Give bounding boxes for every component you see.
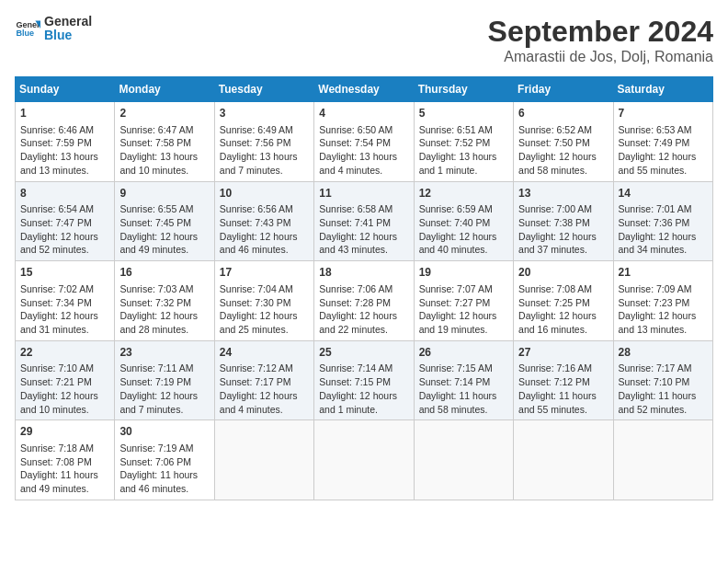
day-number: 14	[619, 186, 708, 201]
day-number: 15	[20, 265, 109, 281]
calendar-cell: 1Sunrise: 6:46 AMSunset: 7:59 PMDaylight…	[16, 102, 115, 182]
day-info: Sunrise: 6:46 AM	[20, 123, 109, 137]
calendar-cell: 7Sunrise: 6:53 AMSunset: 7:49 PMDaylight…	[613, 102, 712, 182]
calendar-title: September 2024	[488, 15, 713, 49]
calendar-table: SundayMondayTuesdayWednesdayThursdayFrid…	[15, 76, 713, 500]
day-info: Sunrise: 6:52 AM	[518, 123, 608, 137]
weekday-wednesday: Wednesday	[314, 77, 414, 102]
day-number: 28	[619, 345, 708, 361]
day-info: Daylight: 12 hours and 34 minutes.	[619, 230, 708, 257]
day-info: Sunrise: 6:56 AM	[220, 202, 309, 216]
calendar-cell: 16Sunrise: 7:03 AMSunset: 7:32 PMDayligh…	[115, 261, 214, 341]
title-area: September 2024 Amarastii de Jos, Dolj, R…	[488, 15, 713, 65]
day-info: Sunrise: 7:04 AM	[220, 282, 309, 296]
day-number: 9	[119, 186, 209, 201]
day-info: Sunset: 7:08 PM	[20, 455, 109, 469]
calendar-cell: 21Sunrise: 7:09 AMSunset: 7:23 PMDayligh…	[613, 261, 712, 341]
day-info: Sunset: 7:36 PM	[619, 216, 708, 230]
day-info: Daylight: 12 hours and 58 minutes.	[518, 150, 608, 177]
day-info: Daylight: 12 hours and 13 minutes.	[619, 309, 708, 336]
calendar-cell: 5Sunrise: 6:51 AMSunset: 7:52 PMDaylight…	[414, 102, 513, 182]
day-number: 30	[119, 424, 209, 440]
day-info: Sunset: 7:19 PM	[119, 375, 209, 389]
logo-line2: Blue	[44, 29, 92, 42]
day-info: Sunset: 7:41 PM	[319, 216, 408, 230]
day-number: 11	[319, 186, 408, 201]
day-info: Sunset: 7:27 PM	[419, 296, 508, 310]
weekday-saturday: Saturday	[613, 77, 712, 102]
calendar-cell: 11Sunrise: 6:58 AMSunset: 7:41 PMDayligh…	[314, 181, 414, 261]
day-info: Sunset: 7:49 PM	[619, 136, 708, 150]
day-number: 3	[220, 106, 309, 121]
calendar-cell	[414, 420, 513, 500]
day-info: Daylight: 12 hours and 25 minutes.	[220, 309, 309, 336]
day-number: 10	[220, 186, 309, 201]
day-info: Sunset: 7:28 PM	[319, 296, 408, 310]
day-info: Sunset: 7:47 PM	[20, 216, 109, 230]
day-info: Daylight: 12 hours and 55 minutes.	[619, 150, 708, 177]
day-info: Daylight: 11 hours and 46 minutes.	[119, 468, 209, 495]
day-info: Daylight: 12 hours and 22 minutes.	[319, 309, 408, 336]
day-info: Daylight: 12 hours and 31 minutes.	[20, 309, 109, 336]
day-info: Sunrise: 6:54 AM	[20, 202, 109, 216]
day-info: Sunset: 7:40 PM	[419, 216, 508, 230]
calendar-cell: 18Sunrise: 7:06 AMSunset: 7:28 PMDayligh…	[314, 261, 414, 341]
calendar-cell	[613, 420, 712, 500]
day-info: Sunrise: 6:51 AM	[419, 123, 508, 137]
day-info: Sunrise: 7:00 AM	[518, 202, 608, 216]
day-number: 19	[419, 265, 508, 281]
day-info: Sunset: 7:30 PM	[220, 296, 309, 310]
day-info: Sunrise: 7:06 AM	[319, 282, 408, 296]
day-info: Sunset: 7:50 PM	[518, 136, 608, 150]
calendar-cell: 26Sunrise: 7:15 AMSunset: 7:14 PMDayligh…	[414, 340, 513, 420]
day-info: Sunrise: 6:59 AM	[419, 202, 508, 216]
day-info: Sunset: 7:59 PM	[20, 136, 109, 150]
day-info: Daylight: 12 hours and 1 minute.	[319, 389, 408, 416]
calendar-cell: 13Sunrise: 7:00 AMSunset: 7:38 PMDayligh…	[514, 181, 613, 261]
day-number: 23	[119, 345, 209, 361]
day-number: 8	[20, 186, 109, 201]
day-info: Daylight: 13 hours and 13 minutes.	[20, 150, 109, 177]
calendar-cell: 30Sunrise: 7:19 AMSunset: 7:06 PMDayligh…	[115, 420, 214, 500]
calendar-cell: 19Sunrise: 7:07 AMSunset: 7:27 PMDayligh…	[414, 261, 513, 341]
day-info: Sunset: 7:12 PM	[518, 375, 608, 389]
day-info: Sunset: 7:23 PM	[619, 296, 708, 310]
logo-text: GeneralBlue	[44, 15, 92, 43]
calendar-cell: 9Sunrise: 6:55 AMSunset: 7:45 PMDaylight…	[115, 181, 214, 261]
day-number: 26	[419, 345, 508, 361]
day-info: Sunset: 7:38 PM	[518, 216, 608, 230]
day-info: Sunrise: 6:50 AM	[319, 123, 408, 137]
day-info: Sunset: 7:21 PM	[20, 375, 109, 389]
day-number: 21	[619, 265, 708, 281]
calendar-cell: 14Sunrise: 7:01 AMSunset: 7:36 PMDayligh…	[613, 181, 712, 261]
day-info: Daylight: 13 hours and 7 minutes.	[220, 150, 309, 177]
calendar-cell: 15Sunrise: 7:02 AMSunset: 7:34 PMDayligh…	[16, 261, 115, 341]
calendar-cell: 22Sunrise: 7:10 AMSunset: 7:21 PMDayligh…	[16, 340, 115, 420]
day-number: 1	[20, 106, 109, 121]
calendar-cell: 24Sunrise: 7:12 AMSunset: 7:17 PMDayligh…	[214, 340, 313, 420]
calendar-week-row: 15Sunrise: 7:02 AMSunset: 7:34 PMDayligh…	[16, 261, 713, 341]
day-info: Daylight: 12 hours and 40 minutes.	[419, 230, 508, 257]
day-info: Sunset: 7:14 PM	[419, 375, 508, 389]
day-number: 5	[419, 106, 508, 121]
calendar-cell: 20Sunrise: 7:08 AMSunset: 7:25 PMDayligh…	[514, 261, 613, 341]
calendar-week-row: 1Sunrise: 6:46 AMSunset: 7:59 PMDaylight…	[16, 102, 713, 182]
weekday-sunday: Sunday	[16, 77, 115, 102]
day-info: Sunrise: 6:47 AM	[119, 123, 209, 137]
weekday-tuesday: Tuesday	[214, 77, 313, 102]
day-info: Sunset: 7:17 PM	[220, 375, 309, 389]
calendar-subtitle: Amarastii de Jos, Dolj, Romania	[488, 49, 713, 65]
weekday-friday: Friday	[514, 77, 613, 102]
calendar-week-row: 29Sunrise: 7:18 AMSunset: 7:08 PMDayligh…	[16, 420, 713, 500]
day-info: Sunrise: 7:10 AM	[20, 362, 109, 375]
day-info: Daylight: 12 hours and 19 minutes.	[419, 309, 508, 336]
logo: General Blue GeneralBlue	[15, 15, 92, 43]
weekday-thursday: Thursday	[414, 77, 513, 102]
weekday-monday: Monday	[115, 77, 214, 102]
day-info: Sunset: 7:32 PM	[119, 296, 209, 310]
calendar-cell: 6Sunrise: 6:52 AMSunset: 7:50 PMDaylight…	[514, 102, 613, 182]
day-info: Daylight: 13 hours and 10 minutes.	[119, 150, 209, 177]
day-number: 7	[619, 106, 708, 121]
calendar-cell: 25Sunrise: 7:14 AMSunset: 7:15 PMDayligh…	[314, 340, 414, 420]
day-info: Sunrise: 6:49 AM	[220, 123, 309, 137]
